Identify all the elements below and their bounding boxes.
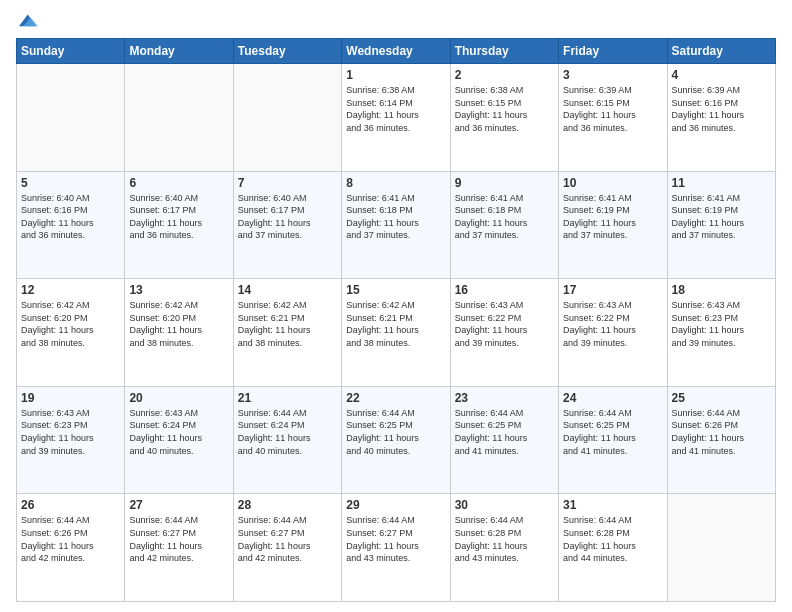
day-number: 5: [21, 176, 120, 190]
day-info: Sunrise: 6:44 AM Sunset: 6:24 PM Dayligh…: [238, 407, 337, 457]
day-info: Sunrise: 6:41 AM Sunset: 6:18 PM Dayligh…: [346, 192, 445, 242]
calendar-cell: 31Sunrise: 6:44 AM Sunset: 6:28 PM Dayli…: [559, 494, 667, 602]
day-number: 26: [21, 498, 120, 512]
day-number: 3: [563, 68, 662, 82]
calendar-cell: 27Sunrise: 6:44 AM Sunset: 6:27 PM Dayli…: [125, 494, 233, 602]
calendar-cell: 5Sunrise: 6:40 AM Sunset: 6:16 PM Daylig…: [17, 171, 125, 279]
day-info: Sunrise: 6:42 AM Sunset: 6:20 PM Dayligh…: [21, 299, 120, 349]
calendar-cell: 17Sunrise: 6:43 AM Sunset: 6:22 PM Dayli…: [559, 279, 667, 387]
day-number: 21: [238, 391, 337, 405]
calendar-header-cell: Friday: [559, 39, 667, 64]
day-number: 16: [455, 283, 554, 297]
day-number: 25: [672, 391, 771, 405]
calendar-cell: 7Sunrise: 6:40 AM Sunset: 6:17 PM Daylig…: [233, 171, 341, 279]
day-number: 29: [346, 498, 445, 512]
calendar-header-cell: Tuesday: [233, 39, 341, 64]
day-number: 10: [563, 176, 662, 190]
calendar-cell: [667, 494, 775, 602]
calendar-cell: 25Sunrise: 6:44 AM Sunset: 6:26 PM Dayli…: [667, 386, 775, 494]
day-number: 4: [672, 68, 771, 82]
calendar-cell: 8Sunrise: 6:41 AM Sunset: 6:18 PM Daylig…: [342, 171, 450, 279]
day-info: Sunrise: 6:42 AM Sunset: 6:21 PM Dayligh…: [346, 299, 445, 349]
day-number: 7: [238, 176, 337, 190]
calendar-header-cell: Wednesday: [342, 39, 450, 64]
day-number: 9: [455, 176, 554, 190]
day-info: Sunrise: 6:39 AM Sunset: 6:16 PM Dayligh…: [672, 84, 771, 134]
day-info: Sunrise: 6:43 AM Sunset: 6:22 PM Dayligh…: [563, 299, 662, 349]
day-number: 23: [455, 391, 554, 405]
calendar-cell: 30Sunrise: 6:44 AM Sunset: 6:28 PM Dayli…: [450, 494, 558, 602]
day-info: Sunrise: 6:44 AM Sunset: 6:28 PM Dayligh…: [563, 514, 662, 564]
calendar-week-row: 1Sunrise: 6:38 AM Sunset: 6:14 PM Daylig…: [17, 64, 776, 172]
calendar-header-cell: Monday: [125, 39, 233, 64]
day-info: Sunrise: 6:40 AM Sunset: 6:17 PM Dayligh…: [129, 192, 228, 242]
day-number: 15: [346, 283, 445, 297]
calendar-cell: 24Sunrise: 6:44 AM Sunset: 6:25 PM Dayli…: [559, 386, 667, 494]
calendar-cell: 22Sunrise: 6:44 AM Sunset: 6:25 PM Dayli…: [342, 386, 450, 494]
day-info: Sunrise: 6:43 AM Sunset: 6:23 PM Dayligh…: [21, 407, 120, 457]
calendar-week-row: 12Sunrise: 6:42 AM Sunset: 6:20 PM Dayli…: [17, 279, 776, 387]
calendar-cell: [17, 64, 125, 172]
day-number: 31: [563, 498, 662, 512]
day-info: Sunrise: 6:43 AM Sunset: 6:23 PM Dayligh…: [672, 299, 771, 349]
day-info: Sunrise: 6:44 AM Sunset: 6:27 PM Dayligh…: [346, 514, 445, 564]
calendar-week-row: 5Sunrise: 6:40 AM Sunset: 6:16 PM Daylig…: [17, 171, 776, 279]
calendar-cell: 3Sunrise: 6:39 AM Sunset: 6:15 PM Daylig…: [559, 64, 667, 172]
calendar-cell: 2Sunrise: 6:38 AM Sunset: 6:15 PM Daylig…: [450, 64, 558, 172]
calendar-header-cell: Thursday: [450, 39, 558, 64]
calendar-cell: 23Sunrise: 6:44 AM Sunset: 6:25 PM Dayli…: [450, 386, 558, 494]
day-info: Sunrise: 6:38 AM Sunset: 6:15 PM Dayligh…: [455, 84, 554, 134]
calendar-cell: [233, 64, 341, 172]
page: SundayMondayTuesdayWednesdayThursdayFrid…: [0, 0, 792, 612]
day-number: 19: [21, 391, 120, 405]
day-number: 28: [238, 498, 337, 512]
calendar-week-row: 26Sunrise: 6:44 AM Sunset: 6:26 PM Dayli…: [17, 494, 776, 602]
calendar-cell: [125, 64, 233, 172]
day-number: 2: [455, 68, 554, 82]
day-number: 14: [238, 283, 337, 297]
calendar-cell: 18Sunrise: 6:43 AM Sunset: 6:23 PM Dayli…: [667, 279, 775, 387]
calendar-cell: 16Sunrise: 6:43 AM Sunset: 6:22 PM Dayli…: [450, 279, 558, 387]
header: [16, 10, 776, 32]
calendar-cell: 10Sunrise: 6:41 AM Sunset: 6:19 PM Dayli…: [559, 171, 667, 279]
day-info: Sunrise: 6:44 AM Sunset: 6:26 PM Dayligh…: [672, 407, 771, 457]
day-info: Sunrise: 6:44 AM Sunset: 6:25 PM Dayligh…: [563, 407, 662, 457]
day-info: Sunrise: 6:38 AM Sunset: 6:14 PM Dayligh…: [346, 84, 445, 134]
day-info: Sunrise: 6:44 AM Sunset: 6:25 PM Dayligh…: [346, 407, 445, 457]
calendar-cell: 13Sunrise: 6:42 AM Sunset: 6:20 PM Dayli…: [125, 279, 233, 387]
day-number: 12: [21, 283, 120, 297]
day-info: Sunrise: 6:44 AM Sunset: 6:28 PM Dayligh…: [455, 514, 554, 564]
calendar-table: SundayMondayTuesdayWednesdayThursdayFrid…: [16, 38, 776, 602]
day-info: Sunrise: 6:41 AM Sunset: 6:19 PM Dayligh…: [672, 192, 771, 242]
calendar-cell: 20Sunrise: 6:43 AM Sunset: 6:24 PM Dayli…: [125, 386, 233, 494]
calendar-body: 1Sunrise: 6:38 AM Sunset: 6:14 PM Daylig…: [17, 64, 776, 602]
calendar-cell: 29Sunrise: 6:44 AM Sunset: 6:27 PM Dayli…: [342, 494, 450, 602]
calendar-header-cell: Saturday: [667, 39, 775, 64]
day-number: 18: [672, 283, 771, 297]
day-info: Sunrise: 6:40 AM Sunset: 6:17 PM Dayligh…: [238, 192, 337, 242]
calendar-week-row: 19Sunrise: 6:43 AM Sunset: 6:23 PM Dayli…: [17, 386, 776, 494]
day-info: Sunrise: 6:44 AM Sunset: 6:27 PM Dayligh…: [238, 514, 337, 564]
calendar-cell: 1Sunrise: 6:38 AM Sunset: 6:14 PM Daylig…: [342, 64, 450, 172]
day-info: Sunrise: 6:40 AM Sunset: 6:16 PM Dayligh…: [21, 192, 120, 242]
day-info: Sunrise: 6:44 AM Sunset: 6:27 PM Dayligh…: [129, 514, 228, 564]
calendar-cell: 14Sunrise: 6:42 AM Sunset: 6:21 PM Dayli…: [233, 279, 341, 387]
calendar-cell: 19Sunrise: 6:43 AM Sunset: 6:23 PM Dayli…: [17, 386, 125, 494]
day-info: Sunrise: 6:43 AM Sunset: 6:24 PM Dayligh…: [129, 407, 228, 457]
calendar-cell: 9Sunrise: 6:41 AM Sunset: 6:18 PM Daylig…: [450, 171, 558, 279]
calendar-cell: 11Sunrise: 6:41 AM Sunset: 6:19 PM Dayli…: [667, 171, 775, 279]
day-number: 30: [455, 498, 554, 512]
day-number: 17: [563, 283, 662, 297]
calendar-cell: 28Sunrise: 6:44 AM Sunset: 6:27 PM Dayli…: [233, 494, 341, 602]
calendar-cell: 26Sunrise: 6:44 AM Sunset: 6:26 PM Dayli…: [17, 494, 125, 602]
logo: [16, 10, 40, 32]
day-number: 22: [346, 391, 445, 405]
day-info: Sunrise: 6:42 AM Sunset: 6:20 PM Dayligh…: [129, 299, 228, 349]
calendar-header-cell: Sunday: [17, 39, 125, 64]
day-number: 8: [346, 176, 445, 190]
day-info: Sunrise: 6:43 AM Sunset: 6:22 PM Dayligh…: [455, 299, 554, 349]
day-info: Sunrise: 6:41 AM Sunset: 6:19 PM Dayligh…: [563, 192, 662, 242]
day-info: Sunrise: 6:41 AM Sunset: 6:18 PM Dayligh…: [455, 192, 554, 242]
day-info: Sunrise: 6:42 AM Sunset: 6:21 PM Dayligh…: [238, 299, 337, 349]
calendar-header-row: SundayMondayTuesdayWednesdayThursdayFrid…: [17, 39, 776, 64]
